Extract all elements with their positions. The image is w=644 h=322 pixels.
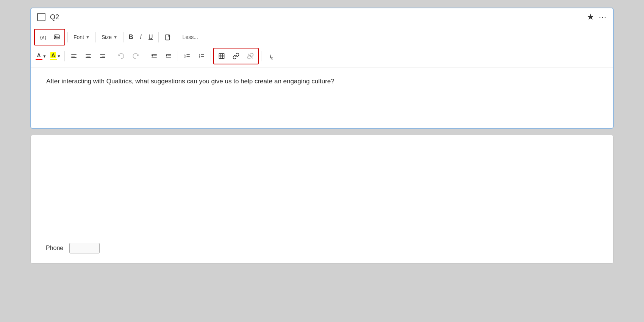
align-right-button[interactable] <box>96 49 109 63</box>
clear-formatting-button[interactable]: Ix <box>264 49 277 63</box>
svg-rect-22 <box>187 56 190 57</box>
svg-rect-24 <box>201 55 204 55</box>
separator-1 <box>67 32 68 42</box>
bg-color-button[interactable]: A ▼ <box>48 49 62 63</box>
less-button[interactable]: Less... <box>180 30 201 44</box>
redo-button[interactable] <box>129 49 142 63</box>
unordered-list-button[interactable] <box>195 49 208 63</box>
separator-5 <box>177 32 177 42</box>
toolbar-row-2: A ▼ A ▼ <box>34 47 610 66</box>
font-selector[interactable]: Font ▼ <box>70 32 93 42</box>
svg-rect-11 <box>102 56 105 56</box>
separator-11 <box>261 51 261 61</box>
more-button[interactable]: ··· <box>599 13 607 21</box>
decrease-indent-button[interactable] <box>147 49 161 63</box>
editor-content-area[interactable]: After interacting with Qualtrics, what s… <box>31 67 613 128</box>
svg-rect-20 <box>187 55 190 55</box>
separator-2 <box>95 32 96 42</box>
svg-rect-9 <box>86 57 91 58</box>
font-color-bar <box>36 59 42 60</box>
separator-10 <box>211 51 211 61</box>
increase-indent-button[interactable] <box>162 49 175 63</box>
align-center-button[interactable] <box>81 49 95 63</box>
svg-line-32 <box>248 54 253 58</box>
svg-rect-7 <box>86 55 91 55</box>
bg-color-letter: A <box>50 52 56 58</box>
insert-table-button[interactable] <box>215 49 228 63</box>
editor-text: After interacting with Qualtrics, what s… <box>46 77 598 86</box>
font-arrow: ▼ <box>86 35 90 39</box>
unlink-button[interactable] <box>244 49 257 63</box>
svg-rect-5 <box>71 56 75 56</box>
ordered-list-button[interactable]: 1. 2. <box>180 49 194 63</box>
svg-rect-26 <box>201 56 204 57</box>
insert-image-button[interactable] <box>50 30 64 44</box>
star-button[interactable]: ★ <box>587 12 594 22</box>
question-card-1: Q2 ★ ··· {A} <box>30 8 614 129</box>
separator-9 <box>178 51 178 61</box>
svg-rect-8 <box>87 56 90 56</box>
font-label: Font <box>73 34 84 40</box>
svg-rect-12 <box>100 57 105 58</box>
align-left-button[interactable] <box>67 49 81 63</box>
bold-button[interactable]: B <box>126 30 136 44</box>
font-color-letter: A <box>37 52 41 58</box>
format-paint-button[interactable] <box>161 30 175 44</box>
size-selector[interactable]: Size ▼ <box>98 32 121 42</box>
svg-rect-10 <box>100 55 105 55</box>
svg-rect-6 <box>71 57 77 58</box>
svg-point-2 <box>55 36 56 37</box>
svg-text:{A}: {A} <box>40 35 46 40</box>
insert-group-boxed: {A} <box>34 29 65 45</box>
separator-8 <box>145 51 145 61</box>
insert-variable-button[interactable]: {A} <box>36 30 49 44</box>
separator-7 <box>112 51 112 61</box>
separator-6 <box>64 51 65 61</box>
bg-color-icon: A <box>50 52 57 60</box>
svg-point-23 <box>199 55 200 56</box>
svg-rect-27 <box>219 53 224 59</box>
separator-4 <box>158 32 159 42</box>
undo-button[interactable] <box>114 49 128 63</box>
question-checkbox[interactable] <box>37 13 45 21</box>
phone-input[interactable] <box>69 243 100 253</box>
svg-text:2.: 2. <box>184 56 186 58</box>
insert-link-button[interactable] <box>229 49 243 63</box>
rich-text-toolbar: {A} Font ▼ Size <box>31 26 613 67</box>
svg-point-25 <box>199 56 200 58</box>
toolbar-row-1: {A} Font ▼ Size <box>34 28 610 47</box>
svg-rect-4 <box>71 55 77 55</box>
question-label: Q2 <box>50 13 582 21</box>
size-arrow: ▼ <box>113 35 117 39</box>
bg-color-bar <box>50 59 57 60</box>
question-header: Q2 ★ ··· <box>31 8 613 26</box>
underline-button[interactable]: U <box>145 30 156 44</box>
question-card-2: Phone <box>30 135 614 264</box>
table-link-group-boxed <box>213 48 259 64</box>
size-label: Size <box>102 34 112 40</box>
font-color-button[interactable]: A ▼ <box>34 49 48 63</box>
phone-label: Phone <box>46 245 63 252</box>
separator-3 <box>123 32 123 42</box>
font-color-icon: A <box>36 52 42 60</box>
italic-button[interactable]: I <box>137 30 145 44</box>
phone-row: Phone <box>31 239 115 257</box>
